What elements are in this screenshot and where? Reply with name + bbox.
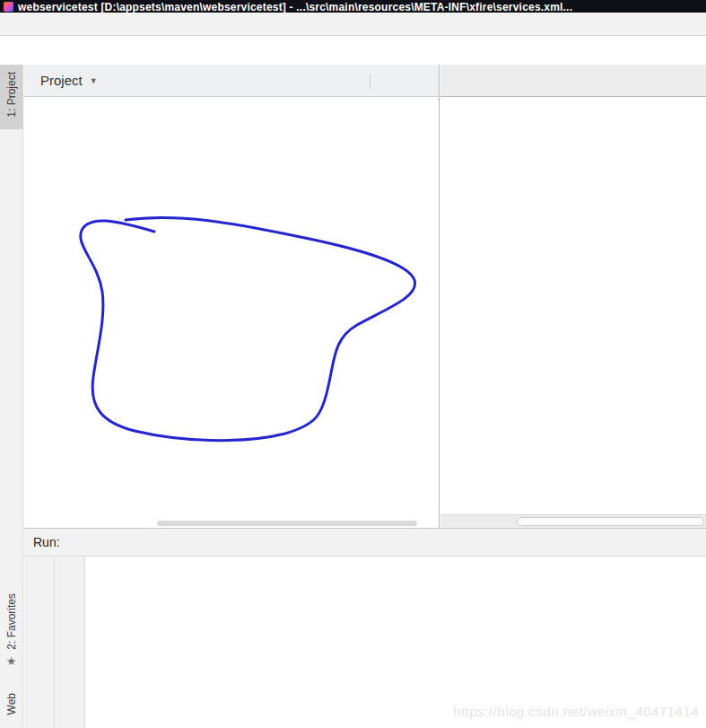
run-toolbar-secondary <box>55 557 85 728</box>
tool-button-web[interactable]: Web <box>0 686 23 726</box>
window-title: webservicetest [D:\appsets\maven\webserv… <box>18 1 572 13</box>
run-toolbar-primary <box>24 557 55 728</box>
run-tab-bar: Run: <box>24 529 706 557</box>
tool-button-web-label: Web <box>5 693 18 715</box>
tool-button-favorites-label: 2: Favorites <box>5 593 18 650</box>
tool-button-favorites[interactable]: 2: Favorites ★ <box>0 586 23 673</box>
breadcrumb <box>0 37 706 65</box>
run-panel-label: Run: <box>24 535 76 549</box>
watermark: https://blog.csdn.net/weixin_40471414 <box>453 704 699 719</box>
chevron-down-icon[interactable]: ▼ <box>90 76 98 85</box>
run-console <box>85 557 706 728</box>
hide-panel-button[interactable] <box>412 71 431 91</box>
locate-file-button[interactable] <box>309 71 328 91</box>
menu-bar <box>0 13 706 36</box>
tool-button-project[interactable]: 1: Project <box>0 65 23 129</box>
project-panel-header: Project ▼ <box>24 65 439 97</box>
intellij-logo-icon <box>4 2 13 12</box>
project-panel: Project ▼ <box>24 65 440 528</box>
collapse-all-button[interactable] <box>339 71 359 91</box>
editor-area <box>440 65 706 528</box>
settings-gear-button[interactable] <box>381 71 401 91</box>
horizontal-scrollbar[interactable] <box>157 521 417 526</box>
star-icon: ★ <box>6 655 17 667</box>
project-tree <box>24 98 439 519</box>
tool-button-project-label: 1: Project <box>5 72 18 118</box>
editor-horizontal-scrollbar[interactable] <box>440 514 706 528</box>
left-tool-strip: 1: Project 2: Favorites ★ Web <box>0 65 23 728</box>
run-panel: Run: <box>24 528 706 728</box>
title-bar: webservicetest [D:\appsets\maven\webserv… <box>0 0 706 13</box>
editor-tab-bar <box>440 65 706 97</box>
project-panel-title[interactable]: Project <box>40 73 83 88</box>
ide-window: webservicetest [D:\appsets\maven\webserv… <box>0 0 706 728</box>
editor-code-area[interactable] <box>440 98 706 515</box>
